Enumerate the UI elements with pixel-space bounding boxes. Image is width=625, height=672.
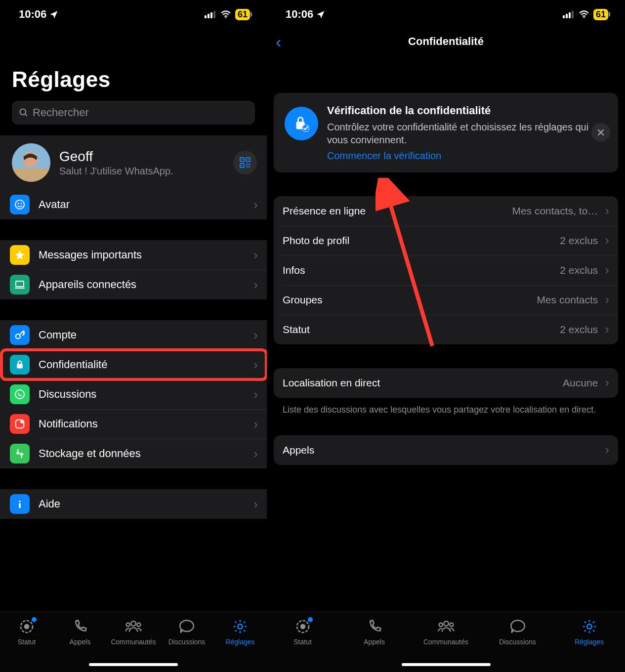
live-location-row[interactable]: Localisation en directAucune› [274, 368, 618, 398]
about-row[interactable]: Infos2 exclus› [274, 255, 618, 285]
help-row[interactable]: Aide › [0, 489, 267, 519]
svg-rect-8 [12, 168, 50, 182]
svg-rect-18 [246, 166, 248, 168]
svg-point-51 [300, 624, 305, 630]
page-title: Réglages [0, 29, 267, 101]
tab-settings[interactable]: Réglages [213, 618, 267, 646]
row-label: Localisation en direct [283, 377, 556, 389]
chevron-right-icon: › [253, 387, 258, 402]
tab-chats[interactable]: Discussions [482, 618, 553, 646]
privacy-row[interactable]: Confidentialité › [0, 350, 267, 379]
chevron-right-icon: › [605, 203, 609, 218]
battery-badge: 61 [235, 9, 250, 20]
tab-communities[interactable]: Communautés [410, 618, 482, 646]
wifi-icon [579, 10, 589, 18]
privacy-checkup-card: Vérification de la confidentialité Contr… [274, 93, 618, 172]
tab-chats[interactable]: Discussions [160, 618, 213, 646]
start-verification-link[interactable]: Commencer la vérification [327, 150, 441, 162]
battery-badge: 61 [593, 9, 608, 20]
svg-rect-13 [242, 159, 243, 160]
svg-rect-0 [205, 15, 207, 18]
chevron-right-icon: › [253, 446, 258, 462]
close-button[interactable] [591, 123, 610, 142]
notifications-row[interactable]: Notifications › [0, 409, 267, 439]
tab-label: Réglages [225, 638, 254, 646]
tab-settings[interactable]: Réglages [553, 618, 625, 646]
avatar-row[interactable]: Avatar › [0, 190, 267, 219]
tab-calls[interactable]: Appels [53, 618, 107, 646]
location-icon [49, 10, 58, 19]
chats-row[interactable]: Discussions › [0, 379, 267, 409]
svg-point-56 [587, 624, 591, 629]
svg-rect-26 [17, 364, 23, 368]
tab-label: Communautés [423, 638, 468, 646]
home-indicator [89, 663, 178, 666]
chevron-right-icon: › [253, 248, 258, 263]
svg-rect-2 [210, 12, 212, 18]
cellular-icon [563, 10, 575, 18]
tab-label: Appels [364, 638, 385, 646]
svg-point-20 [15, 200, 24, 209]
tab-label: Discussions [499, 638, 536, 646]
info-icon [10, 494, 30, 514]
linked-devices-row[interactable]: Appareils connectés › [0, 270, 267, 299]
storage-row[interactable]: Stockage et données › [0, 439, 267, 468]
privacy-group-2: Localisation en directAucune› [274, 368, 618, 398]
close-icon [597, 128, 605, 136]
svg-point-4 [225, 17, 226, 18]
svg-point-52 [444, 621, 449, 626]
chevron-right-icon: › [253, 328, 258, 343]
last-seen-row[interactable]: Présence en ligneMes contacts, to…› [274, 196, 618, 226]
svg-point-43 [583, 17, 584, 18]
tab-status[interactable]: Statut [0, 618, 53, 646]
svg-point-37 [180, 621, 194, 632]
row-label: Présence en ligne [283, 205, 505, 217]
key-icon [10, 325, 30, 345]
row-label: Appels [283, 444, 598, 456]
tab-communities[interactable]: Communautés [107, 618, 160, 646]
avatar [12, 143, 50, 182]
profile-row[interactable]: Geoff Salut ! J'utilise WhatsApp. [0, 135, 267, 190]
whatsapp-icon [10, 384, 30, 404]
nav-title: Confidentialité [267, 35, 625, 48]
status-privacy-row[interactable]: Statut2 exclus› [274, 315, 618, 344]
chevron-right-icon: › [605, 375, 609, 390]
svg-point-29 [20, 420, 23, 423]
card-text: Contrôlez votre confidentialité et chois… [327, 121, 607, 146]
tab-bar: Statut Appels Communautés Discussions Ré… [0, 612, 267, 672]
svg-rect-19 [249, 166, 250, 168]
lock-icon [10, 355, 30, 375]
svg-point-22 [21, 203, 22, 205]
tab-status[interactable]: Statut [267, 618, 338, 646]
svg-rect-3 [213, 11, 215, 18]
svg-point-34 [131, 621, 136, 626]
starred-row[interactable]: Messages importants › [0, 240, 267, 270]
search-input[interactable]: Rechercher [12, 101, 255, 125]
privacy-group-3: Appels› [274, 435, 618, 465]
svg-rect-1 [208, 14, 209, 18]
calls-privacy-row[interactable]: Appels› [274, 435, 618, 465]
chevron-right-icon: › [253, 497, 258, 512]
qr-icon [239, 157, 251, 168]
status-bar: 10:06 61 [267, 0, 625, 29]
svg-point-54 [450, 623, 453, 627]
status-bar: 10:06 61 [0, 0, 267, 29]
chevron-right-icon: › [253, 277, 258, 293]
profile-name: Geoff [59, 149, 224, 165]
storage-icon [10, 444, 30, 463]
badge-dot [308, 617, 313, 622]
tab-label: Discussions [168, 638, 206, 646]
svg-rect-16 [246, 164, 248, 165]
svg-rect-31 [19, 503, 21, 508]
chevron-right-icon: › [605, 442, 609, 458]
account-row[interactable]: Compte › [0, 320, 267, 350]
tab-calls[interactable]: Appels [338, 618, 410, 646]
profile-photo-row[interactable]: Photo de profil2 exclus› [274, 226, 618, 255]
row-label: Messages importants [39, 249, 245, 261]
chevron-right-icon: › [605, 262, 609, 278]
row-value: 2 exclus [560, 264, 598, 276]
svg-point-33 [24, 624, 30, 630]
qr-button[interactable] [233, 151, 257, 174]
row-label: Groupes [283, 294, 530, 306]
groups-row[interactable]: GroupesMes contacts› [274, 285, 618, 315]
